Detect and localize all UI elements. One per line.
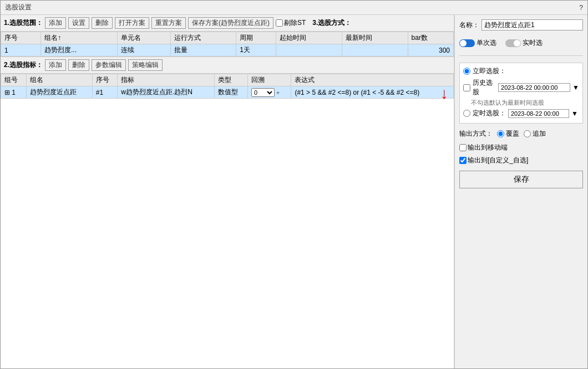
cell2-groupname: 趋势烈度近点距 xyxy=(26,86,92,99)
lookback-arrows: ÷ xyxy=(276,90,280,96)
scheme-name-input[interactable] xyxy=(481,19,583,30)
history-date-dropdown[interactable]: ▼ xyxy=(572,84,579,91)
output-mode-row: 输出方式： 覆盖 追加 xyxy=(459,129,583,139)
history-select-row: 历史选股 ▼ xyxy=(463,78,579,97)
immediate-select-section: 立即选股： 历史选股 ▼ 不勾选默认为最新时间选股 定时选股： ▼ xyxy=(459,63,583,124)
param-edit-button[interactable]: 参数编辑 xyxy=(92,59,126,71)
scheduled-radio[interactable] xyxy=(463,110,470,117)
delete-range-button[interactable]: 删除 xyxy=(92,17,113,29)
section1-title: 1.选股范围： xyxy=(4,18,43,28)
exclude-st-checkbox-label[interactable]: 剔除ST xyxy=(276,18,306,28)
col2-type: 类型 xyxy=(214,74,247,86)
section2-table-header-row: 组号 组名 序号 指标 类型 回溯 表达式 xyxy=(1,74,454,86)
cell-seq: 1 xyxy=(1,44,41,57)
mobile-output-checkbox-label[interactable]: 输出到移动端 xyxy=(459,143,583,152)
cover-radio[interactable] xyxy=(497,130,504,137)
exclude-st-checkbox[interactable] xyxy=(276,19,283,27)
section1-table: 序号 组名↑ 单元名 运行方式 周期 起始时间 最新时间 bar数 xyxy=(1,32,454,57)
cell-period: 1天 xyxy=(236,44,276,57)
hint-text: 不勾选默认为最新时间选股 xyxy=(471,99,544,107)
main-content: 1.选股范围： 添加 设置 删除 打开方案 重置方案 保存方案(趋势烈度近点距)… xyxy=(1,15,587,368)
save-button[interactable]: 保存 xyxy=(459,171,583,188)
single-select-toggle[interactable]: 单次选 xyxy=(459,38,496,48)
title-bar: 选股设置 ? xyxy=(1,1,587,15)
col-seq: 序号 xyxy=(1,32,41,44)
cell-runmode: 批量 xyxy=(170,44,236,57)
col2-groupname: 组名 xyxy=(26,74,92,86)
cell-latesttime xyxy=(342,44,408,57)
strategy-edit-button[interactable]: 策略编辑 xyxy=(128,59,163,71)
cell2-expression: (#1 > 5 && #2 <=8) or (#1 < -5 && #2 <=8… xyxy=(291,86,454,99)
col-unitname: 单元名 xyxy=(118,32,170,44)
col-period: 周期 xyxy=(236,32,276,44)
delete-indicator-button[interactable]: 删除 xyxy=(68,59,89,71)
main-window: 选股设置 ? 1.选股范围： 添加 设置 删除 打开方案 重置方案 保存方案(趋… xyxy=(0,0,588,369)
immediate-radio[interactable] xyxy=(463,68,470,75)
realtime-select-toggle-icon[interactable] xyxy=(505,39,521,47)
cell2-expand: ⊞ 1 xyxy=(1,86,27,99)
history-select-checkbox[interactable] xyxy=(463,84,470,91)
col-latesttime: 最新时间 xyxy=(342,32,408,44)
cell-starttime xyxy=(276,44,342,57)
cover-label: 覆盖 xyxy=(506,129,519,139)
cell2-indicator: w趋势烈度近点距.趋烈N xyxy=(118,86,214,99)
single-select-toggle-icon[interactable] xyxy=(459,39,475,47)
mobile-output-label: 输出到移动端 xyxy=(468,143,508,152)
section2-header: 2.选股指标： 添加 删除 参数编辑 策略编辑 xyxy=(1,57,454,74)
window-title: 选股设置 xyxy=(5,3,32,12)
select-mode-group: 单次选 实时选 xyxy=(459,38,583,48)
realtime-select-toggle[interactable]: 实时选 xyxy=(505,38,543,48)
custom-output-label: 输出到[自定义_自选] xyxy=(468,156,528,165)
col-barcount: bar数 xyxy=(408,32,453,44)
col-groupname: 组名↑ xyxy=(40,32,117,44)
save-plan-button[interactable]: 保存方案(趋势烈度近点距) xyxy=(188,17,273,29)
custom-output-checkbox[interactable] xyxy=(459,157,467,164)
settings-range-button[interactable]: 设置 xyxy=(68,17,89,29)
output-label: 输出方式： xyxy=(459,129,493,139)
section2-body: ↓ 组号 组名 序号 指标 类型 回溯 xyxy=(1,74,454,368)
section1-table-container: 序号 组名↑ 单元名 运行方式 周期 起始时间 最新时间 bar数 xyxy=(1,32,454,57)
cover-radio-label[interactable]: 覆盖 xyxy=(497,129,519,139)
section2-table-container: 组号 组名 序号 指标 类型 回溯 表达式 xyxy=(1,74,454,99)
right-name-row: 名称： xyxy=(459,19,583,30)
history-select-label: 历史选股 xyxy=(473,78,496,97)
single-select-label: 单次选 xyxy=(477,38,496,48)
col2-groupno: 组号 xyxy=(1,74,27,86)
mobile-output-checkbox[interactable] xyxy=(459,144,467,151)
append-radio[interactable] xyxy=(524,130,531,137)
section2-title: 2.选股指标： xyxy=(4,60,43,70)
scheduled-date-input[interactable] xyxy=(508,109,569,118)
table-row[interactable]: 1 趋势烈度... 连续 批量 1天 300 xyxy=(1,44,454,57)
exclude-st-label: 剔除ST xyxy=(284,18,306,28)
cell2-lookback: 0 ÷ xyxy=(247,86,291,99)
history-date-input[interactable] xyxy=(498,83,570,92)
immediate-select-title: 立即选股： xyxy=(463,66,579,76)
lookback-select[interactable]: 0 xyxy=(251,88,275,97)
append-radio-label[interactable]: 追加 xyxy=(524,129,546,139)
section1-header: 1.选股范围： 添加 设置 删除 打开方案 重置方案 保存方案(趋势烈度近点距)… xyxy=(1,15,454,32)
cell2-seq: #1 xyxy=(92,86,118,99)
name-label: 名称： xyxy=(459,20,479,30)
divider1 xyxy=(459,55,583,56)
table-row[interactable]: ⊞ 1 趋势烈度近点距 #1 w趋势烈度近点距.趋烈N 数值型 0 xyxy=(1,86,454,99)
col-starttime: 起始时间 xyxy=(276,32,342,44)
custom-output-checkbox-label[interactable]: 输出到[自定义_自选] xyxy=(459,156,583,165)
help-button[interactable]: ? xyxy=(579,4,583,12)
hint-row: 不勾选默认为最新时间选股 xyxy=(463,99,579,107)
append-label: 追加 xyxy=(533,129,546,139)
cell-barcount: 300 xyxy=(408,44,453,57)
scheduled-date-dropdown[interactable]: ▼ xyxy=(571,110,578,117)
scheduled-label: 定时选股： xyxy=(473,109,506,118)
open-plan-button[interactable]: 打开方案 xyxy=(115,17,149,29)
col2-lookback: 回溯 xyxy=(247,74,291,86)
cell-groupname: 趋势烈度... xyxy=(40,44,117,57)
right-panel: 名称： 单次选 实时选 立即选股： xyxy=(454,15,587,368)
left-panel: 1.选股范围： 添加 设置 删除 打开方案 重置方案 保存方案(趋势烈度近点距)… xyxy=(1,15,454,368)
col2-indicator: 指标 xyxy=(118,74,214,86)
section2: 2.选股指标： 添加 删除 参数编辑 策略编辑 ↓ 组号 xyxy=(1,57,454,368)
section1-table-header-row: 序号 组名↑ 单元名 运行方式 周期 起始时间 最新时间 bar数 xyxy=(1,32,454,44)
add-range-button[interactable]: 添加 xyxy=(45,17,66,29)
add-indicator-button[interactable]: 添加 xyxy=(45,59,66,71)
col2-seq: 序号 xyxy=(92,74,118,86)
reset-plan-button[interactable]: 重置方案 xyxy=(151,17,186,29)
